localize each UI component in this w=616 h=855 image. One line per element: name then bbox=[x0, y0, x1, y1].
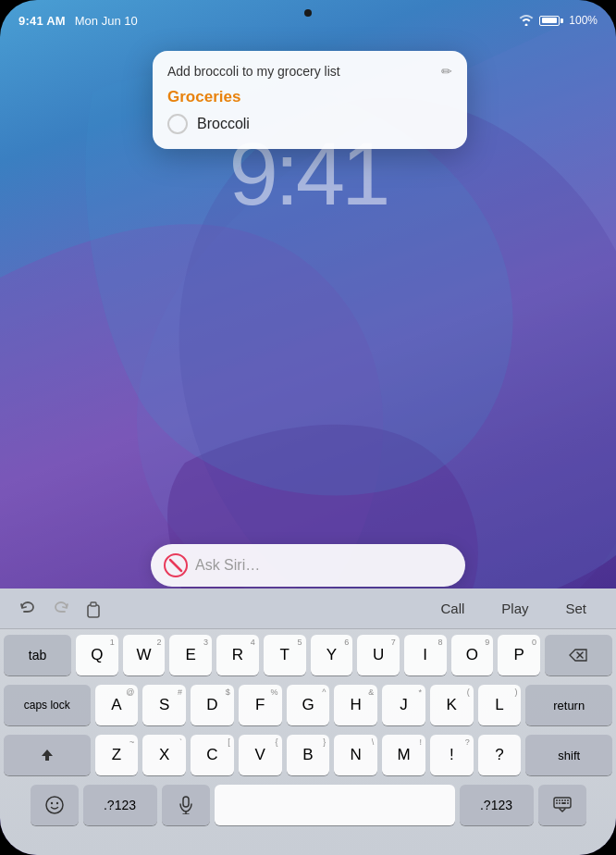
play-button[interactable]: Play bbox=[483, 595, 547, 622]
key-x[interactable]: X` bbox=[142, 735, 186, 775]
key-q[interactable]: Q1 bbox=[76, 635, 118, 675]
numeric-left-key[interactable]: .?123 bbox=[83, 785, 157, 825]
key-b[interactable]: B} bbox=[287, 735, 330, 775]
key-g[interactable]: G^ bbox=[287, 685, 330, 725]
key-exclaim[interactable]: !? bbox=[430, 735, 474, 775]
shift-left-key[interactable] bbox=[4, 735, 91, 775]
numeric-right-key[interactable]: .?123 bbox=[460, 785, 534, 825]
siri-icon bbox=[164, 553, 188, 577]
key-s[interactable]: S# bbox=[142, 685, 186, 725]
key-c[interactable]: C[ bbox=[191, 735, 234, 775]
undo-button[interactable] bbox=[11, 592, 44, 626]
battery-icon bbox=[539, 16, 563, 26]
key-k[interactable]: K( bbox=[430, 685, 474, 725]
redo-button[interactable] bbox=[44, 592, 78, 626]
key-e[interactable]: E3 bbox=[169, 635, 212, 675]
key-z[interactable]: Z~ bbox=[95, 735, 139, 775]
key-i[interactable]: I8 bbox=[404, 635, 447, 675]
svg-rect-3 bbox=[88, 605, 99, 617]
svg-point-8 bbox=[50, 802, 52, 804]
siri-placeholder: Ask Siri… bbox=[195, 557, 452, 574]
card-list-name: Groceries bbox=[167, 88, 452, 106]
status-left: 9:41 AM Mon Jun 10 bbox=[18, 14, 138, 28]
key-u[interactable]: U7 bbox=[357, 635, 400, 675]
space-key[interactable] bbox=[215, 785, 455, 825]
key-a[interactable]: A@ bbox=[95, 685, 139, 725]
notification-card: Add broccoli to my grocery list ✏ Grocer… bbox=[153, 51, 467, 149]
edit-icon[interactable]: ✏ bbox=[441, 64, 452, 79]
caps-lock-key[interactable]: caps lock bbox=[4, 685, 91, 725]
item-label: Broccoli bbox=[197, 116, 250, 132]
card-header: Add broccoli to my grocery list ✏ bbox=[167, 64, 452, 79]
svg-rect-4 bbox=[91, 602, 96, 606]
tab-key[interactable]: tab bbox=[4, 635, 71, 675]
key-n[interactable]: N\ bbox=[334, 735, 377, 775]
key-l[interactable]: L) bbox=[478, 685, 522, 725]
key-y[interactable]: Y6 bbox=[311, 635, 353, 675]
call-button[interactable]: Call bbox=[422, 595, 483, 622]
svg-point-7 bbox=[46, 797, 63, 813]
status-right: 100% bbox=[519, 14, 598, 27]
status-date: Mon Jun 10 bbox=[75, 14, 138, 28]
keyboard-area: Call Play Set tab Q1 W2 E3 R4 T5 Y6 U7 I… bbox=[0, 589, 616, 855]
camera-dot bbox=[304, 9, 312, 17]
paste-button[interactable] bbox=[78, 592, 111, 626]
key-w[interactable]: W2 bbox=[123, 635, 166, 675]
item-checkbox[interactable] bbox=[167, 114, 188, 134]
keyboard-dismiss-key[interactable] bbox=[538, 785, 586, 825]
key-t[interactable]: T5 bbox=[264, 635, 306, 675]
set-button[interactable]: Set bbox=[547, 595, 605, 622]
shift-right-key[interactable]: shift bbox=[525, 735, 612, 775]
battery-percent: 100% bbox=[569, 14, 598, 27]
key-r[interactable]: R4 bbox=[216, 635, 259, 675]
return-key[interactable]: return bbox=[525, 685, 612, 725]
key-o[interactable]: O9 bbox=[451, 635, 494, 675]
siri-bar[interactable]: Ask Siri… bbox=[151, 544, 465, 587]
key-f[interactable]: F% bbox=[239, 685, 282, 725]
svg-line-2 bbox=[170, 560, 181, 571]
card-item-row: Broccoli bbox=[167, 114, 452, 134]
key-row-4: .?123 .?123 bbox=[4, 785, 612, 825]
key-row-2: caps lock A@ S# D$ F% G^ H& J* K( L) ret… bbox=[4, 685, 612, 725]
key-m[interactable]: M! bbox=[382, 735, 425, 775]
keyboard-toolbar: Call Play Set bbox=[0, 589, 616, 629]
status-bar: 9:41 AM Mon Jun 10 100% bbox=[0, 0, 616, 33]
key-p[interactable]: P0 bbox=[498, 635, 540, 675]
key-h[interactable]: H& bbox=[334, 685, 377, 725]
key-d[interactable]: D$ bbox=[191, 685, 234, 725]
delete-key[interactable] bbox=[545, 635, 612, 675]
key-v[interactable]: V{ bbox=[239, 735, 282, 775]
svg-rect-10 bbox=[183, 797, 189, 807]
status-time: 9:41 AM bbox=[18, 14, 66, 28]
card-title: Add broccoli to my grocery list bbox=[167, 64, 340, 79]
key-row-1: tab Q1 W2 E3 R4 T5 Y6 U7 I8 O9 P0 bbox=[4, 635, 612, 675]
key-j[interactable]: J* bbox=[382, 685, 425, 725]
key-question[interactable]: ? bbox=[478, 735, 522, 775]
emoji-key[interactable] bbox=[31, 785, 79, 825]
mic-key[interactable] bbox=[162, 785, 210, 825]
svg-point-9 bbox=[55, 802, 57, 804]
keyboard-keys: tab Q1 W2 E3 R4 T5 Y6 U7 I8 O9 P0 bbox=[0, 629, 616, 838]
key-row-3: Z~ X` C[ V{ B} N\ M! !? ? shift bbox=[4, 735, 612, 775]
wifi-icon bbox=[519, 15, 534, 26]
